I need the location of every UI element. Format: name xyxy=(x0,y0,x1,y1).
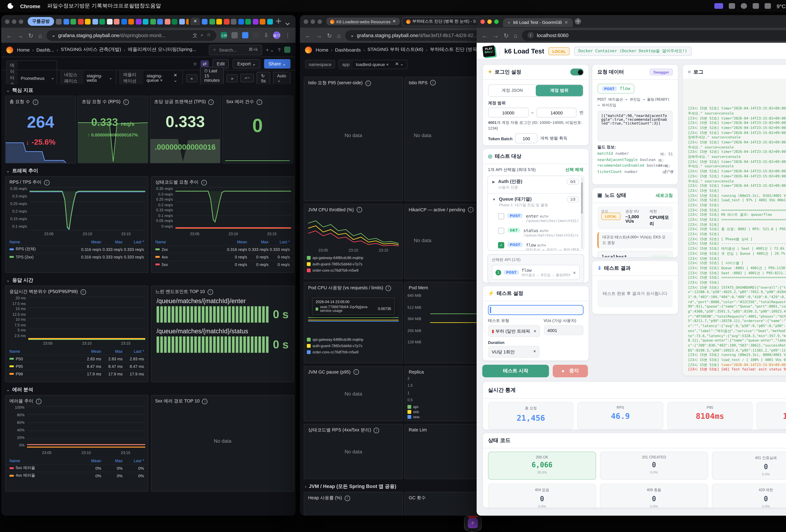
browser-tab-favicon[interactable] xyxy=(92,19,98,24)
back-button[interactable]: ← xyxy=(305,32,311,39)
clear-selection-link[interactable]: 선택 해제 xyxy=(565,167,583,173)
meet-extension-icon[interactable] xyxy=(284,47,291,53)
new-tab-button[interactable]: + xyxy=(276,16,281,27)
panel-pod-cpu[interactable]: Pod CPU 사용량 (vs requests / limits)i 2026… xyxy=(304,282,403,364)
browser-tab-favicon[interactable] xyxy=(202,19,208,24)
active-tab[interactable]: ✕ xyxy=(190,18,200,25)
menu-item[interactable]: 탭 xyxy=(134,2,140,8)
panel-latency-percentiles[interactable]: 응답시간 백분위수 (P50/P95/P99)i 20 ms17.5 ms15 … xyxy=(5,285,148,382)
breadcrumb-home[interactable]: Home xyxy=(316,47,328,52)
browser-tab-favicon[interactable] xyxy=(164,19,170,24)
menu-item[interactable]: 북마크 xyxy=(102,2,118,8)
test-type-select[interactable]: ▮부하 (일반 트래픽▾ xyxy=(488,325,540,337)
favorite-star-icon[interactable]: ☆ xyxy=(193,61,197,66)
browser-tab-favicon[interactable] xyxy=(121,19,127,24)
api-group-row[interactable]: ▶ Auth (인증)사용자 인증 0/3 xyxy=(488,176,583,193)
api-endpoint-row[interactable]: ✓ POST flow AUTH매치옵션 → 큐진입 → 폴링(READY) →… xyxy=(488,239,583,251)
start-test-button[interactable]: 테스트 시작 xyxy=(482,365,549,377)
legend-row[interactable]: order-core-cc76df7b9-rn5w9 xyxy=(307,267,401,274)
help-icon[interactable]: ? xyxy=(278,47,280,52)
breadcrumb-dashboards[interactable]: Dashboards xyxy=(335,47,361,52)
menu-item[interactable]: 보기 xyxy=(69,2,79,8)
home-button[interactable]: ⌂ xyxy=(514,32,517,39)
legend-row[interactable]: api- xyxy=(408,404,420,409)
remove-selected-button[interactable]: ✕ xyxy=(573,270,576,275)
panel-rps[interactable]: 초당 요청 수 (RPS)i 0.333 req/s ↑ 0.000000000… xyxy=(77,96,148,163)
breadcrumb-folder[interactable]: STAGING 서비스 관측(개발) xyxy=(61,47,121,53)
section-traffic[interactable]: ⌄트래픽 추이 xyxy=(6,167,38,174)
browser-tab-active[interactable]: 부하테스트 진단 (병목 한 눈에) - S ✕ xyxy=(402,17,486,26)
browser-tab-favicon[interactable] xyxy=(128,19,134,24)
download-icon[interactable]: ⇩ xyxy=(264,32,269,38)
browser-tab-favicon[interactable] xyxy=(246,19,251,24)
menu-app-name[interactable]: Chrome xyxy=(20,3,40,9)
log-output[interactable]: [23시 15분 52초] time="2026-04-14T23:15:02+… xyxy=(683,78,786,375)
browser-tab-favicon[interactable] xyxy=(114,19,119,24)
legend-row[interactable]: P502.83 ms2.83 ms2.83 ms xyxy=(6,355,148,362)
window-controls[interactable] xyxy=(304,19,322,24)
browser-tab-favicon[interactable] xyxy=(216,19,222,24)
forward-button[interactable]: → xyxy=(493,32,499,39)
menu-item[interactable]: 창 xyxy=(140,2,145,8)
site-info-icon[interactable]: i xyxy=(527,32,534,38)
refresh-link[interactable]: 새로고침 xyxy=(656,192,673,199)
panel-error-rate[interactable]: 에러율 추이i 100%80%60%40%20%0% 23:0523:1023:… xyxy=(5,395,148,492)
search-input[interactable]: ⌕Search...⌘+k xyxy=(209,44,262,55)
panel-status-rps[interactable]: 상태코드별 RPS (4xx/5xx 분리)i No data xyxy=(304,424,403,479)
var-app[interactable]: apploadtest-queue ×✕ ⌄ xyxy=(339,60,408,69)
menu-item[interactable]: 방문 기록 xyxy=(79,2,102,8)
section-latency[interactable]: ⌄응답 시간 xyxy=(6,277,33,284)
selected-api-row[interactable]: 1 POST flow매치옵션 → 큐진입 → 폴링(READY) → 좌석진입… xyxy=(492,265,580,280)
extension-icon[interactable] xyxy=(232,32,238,38)
request-body-editor[interactable]: [{"matchId":98,"nearAdjacentToggle":true… xyxy=(597,111,673,141)
panel-total-requests[interactable]: 총 요청 수i 264 ↓ -25.6% xyxy=(5,96,76,163)
legend-row[interactable]: sea- xyxy=(408,414,420,419)
api-checkbox[interactable]: ✓ xyxy=(498,242,504,248)
shortcut-icon[interactable] xyxy=(765,3,771,9)
address-bar[interactable]: ilocalhost:6060 xyxy=(522,30,786,41)
grafana-logo[interactable] xyxy=(6,46,13,53)
browser-tab-favicon[interactable] xyxy=(172,19,177,24)
browser-tab-favicon[interactable] xyxy=(260,19,266,24)
profile-avatar[interactable]: 슬기 xyxy=(273,31,280,39)
legend-row[interactable]: P958.47 ms8.47 ms8.47 ms xyxy=(6,362,148,370)
translate-icon[interactable]: 文 xyxy=(192,32,198,39)
menu-item[interactable]: 파일 xyxy=(47,2,58,8)
duration-select[interactable]: VU당 1회만▾ xyxy=(488,346,539,358)
vus-input[interactable]: 4001 xyxy=(544,325,583,335)
section-errors[interactable]: ⌄에러 분석 xyxy=(6,386,33,393)
panel-tps[interactable]: 초당 성공 트랜잭션 (TPS)i 0.333 .00000000000016 xyxy=(149,96,221,163)
breadcrumb-dashboards[interactable]: Dashb... xyxy=(36,47,54,52)
panel-jvm-cpu-throttled[interactable]: JVM CPU throttled (%)i 23:0523:1023:15 a… xyxy=(304,204,403,279)
panel-toggle-icon[interactable]: ⇄ xyxy=(201,60,209,67)
pinned-tab-group[interactable]: 구름공방 xyxy=(28,17,54,26)
bookmark-star-icon[interactable]: ☆ xyxy=(207,32,211,39)
panel-slow-endpoints[interactable]: 느린 엔드포인트 TOP 10i /queue/matches/{matchId… xyxy=(151,285,294,382)
refresh-button[interactable]: ↻ 5s xyxy=(257,71,270,85)
token-batch-input[interactable]: 100 xyxy=(515,133,538,143)
legend-row[interactable]: RPS (전체)0.316 req/s0.333 req/s0.333 req/… xyxy=(6,245,148,253)
forward-button[interactable]: → xyxy=(316,32,322,39)
expand-arrow-icon[interactable]: ▶ xyxy=(492,180,495,184)
legend-row[interactable]: 2xx0.316 req/s0.333 req/s0.333 req/s xyxy=(152,245,294,253)
browser-tab-favicon[interactable] xyxy=(267,19,273,24)
home-button[interactable]: ⌂ xyxy=(337,32,341,39)
back-button[interactable]: ← xyxy=(482,32,488,39)
browser-tab-favicon[interactable] xyxy=(143,19,148,24)
apple-menu-icon[interactable] xyxy=(7,3,13,9)
extension-icon[interactable] xyxy=(242,32,249,38)
status-icon[interactable] xyxy=(741,3,747,9)
legend-row[interactable]: order-core-cc76df7b9-rn5w9 xyxy=(307,349,401,355)
browser-tab-favicon[interactable] xyxy=(78,19,83,24)
panel-istio-p95[interactable]: Istio 요청 P95 (server-side)i No data xyxy=(304,77,403,201)
legend-row[interactable]: 5xx0 req/s0 req/s0 req/s xyxy=(152,260,294,268)
tab-search-button[interactable]: ⌄ xyxy=(283,16,292,27)
weather-indicator[interactable]: 9°C xyxy=(777,3,786,9)
browser-tab-favicon[interactable] xyxy=(99,19,105,24)
panel-statuscode-trend[interactable]: 상태코드별 요청 추이i 0.35 req/s0.3 req/s0.25 req… xyxy=(151,176,294,273)
menu-item[interactable]: 수정 xyxy=(58,2,69,8)
tab-account-range[interactable]: 계정 범위 xyxy=(536,85,583,96)
browser-tab-active[interactable]: ◐k6 Load Test - GoormGB✕ xyxy=(503,18,573,27)
api-checkbox[interactable] xyxy=(498,228,504,234)
legend-row[interactable]: api-gateway-64f8fcdc96-mqkhp xyxy=(307,337,401,343)
